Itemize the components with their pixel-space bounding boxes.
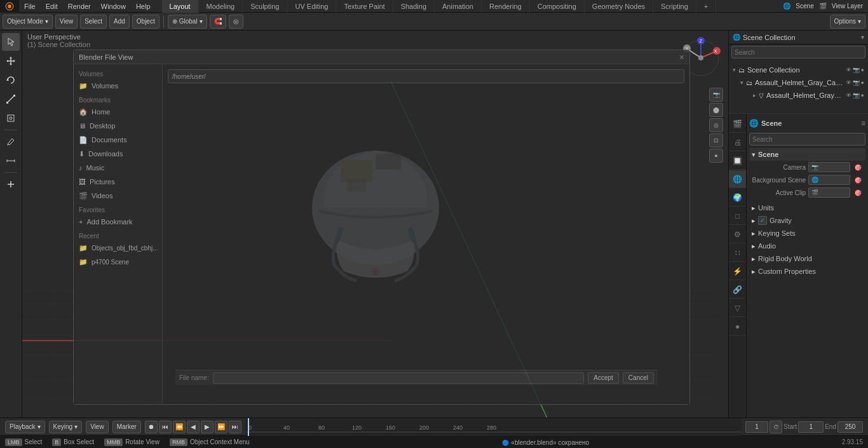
- rotate-tool-btn[interactable]: [2, 71, 20, 89]
- tab-uv-editing[interactable]: UV Editing: [287, 0, 336, 13]
- menu-render[interactable]: Render: [63, 0, 96, 13]
- add-menu-btn[interactable]: Add: [109, 15, 130, 29]
- add-tool-btn[interactable]: [2, 175, 20, 193]
- background-scene-value[interactable]: 🌐: [808, 175, 850, 185]
- tab-shading[interactable]: Shading: [393, 0, 435, 13]
- clip-pick-btn[interactable]: 🎯: [853, 187, 863, 198]
- jump-start-btn[interactable]: ⏮: [159, 421, 172, 433]
- viewport-3d[interactable]: User Perspective (1) Scene Collection: [22, 31, 728, 417]
- menu-window[interactable]: Window: [96, 0, 131, 13]
- proportional-btn[interactable]: ◎: [229, 15, 243, 29]
- file-view-close-btn[interactable]: ×: [679, 52, 684, 62]
- props-menu-btn[interactable]: ≡: [861, 119, 865, 128]
- props-tab-modifier[interactable]: ⚙: [729, 226, 747, 243]
- fv-item-pictures[interactable]: 🖼 Pictures: [76, 175, 159, 189]
- fv-accept-btn[interactable]: Accept: [588, 372, 619, 384]
- custom-props-collapsible[interactable]: ▸ Custom Properties: [749, 265, 865, 278]
- viewport-render-mode-btn[interactable]: ⬤: [709, 103, 723, 117]
- scale-tool-btn[interactable]: [2, 90, 20, 108]
- props-search-input[interactable]: [749, 133, 865, 146]
- tab-modeling[interactable]: Modeling: [199, 0, 243, 13]
- camera-value[interactable]: 📷: [808, 162, 850, 172]
- keying-dropdown[interactable]: Keying ▾: [49, 421, 83, 433]
- fv-cancel-btn[interactable]: Cancel: [623, 372, 654, 384]
- cursor-tool-btn[interactable]: [2, 33, 20, 51]
- props-tab-constraints[interactable]: 🔗: [729, 281, 747, 299]
- props-tab-world[interactable]: 🌍: [729, 189, 747, 207]
- props-tab-particles[interactable]: ∷: [729, 244, 747, 262]
- file-view-path-bar[interactable]: /home/user/: [168, 69, 684, 83]
- helmet-cam-icon[interactable]: 📷: [853, 79, 860, 86]
- gravity-checkbox[interactable]: ✓: [758, 216, 767, 225]
- start-frame-input[interactable]: [798, 421, 824, 433]
- move-tool-btn[interactable]: [2, 52, 20, 70]
- fv-recent-item[interactable]: 📁 Objects_obj_fbd_cbhj...: [76, 241, 159, 255]
- transform-tool-btn[interactable]: [2, 109, 20, 127]
- fv-item-desktop[interactable]: 🖥 Desktop: [76, 119, 159, 133]
- menu-file[interactable]: File: [19, 0, 41, 13]
- props-tab-material[interactable]: ●: [729, 318, 747, 336]
- fv-item-home[interactable]: 🏠 Home: [76, 105, 159, 119]
- active-clip-value[interactable]: 🎬: [808, 187, 850, 198]
- tab-add[interactable]: +: [696, 0, 716, 13]
- tab-geometry-nodes[interactable]: Geometry Nodes: [585, 0, 653, 13]
- item-cam-icon[interactable]: 📷: [853, 67, 860, 73]
- measure-tool-btn[interactable]: [2, 152, 20, 170]
- fv-item-0[interactable]: 📁 Volumes: [76, 79, 159, 93]
- file-view-main-area[interactable]: /home/user/ File name: Accept Cancel: [163, 64, 689, 404]
- step-fwd-btn[interactable]: ⏩: [215, 421, 227, 433]
- outliner-item-helmet-mesh[interactable]: ▸ ▽ Assault_Helmet_Gray_Ca... 👁 📷 ●: [750, 89, 867, 102]
- fv-item-docs[interactable]: 📄 Documents: [76, 133, 159, 147]
- jump-end-btn[interactable]: ⏭: [229, 421, 241, 433]
- timeline-ruler[interactable]: 0 40 80 120 160 200 240 280: [245, 418, 742, 436]
- props-tab-render[interactable]: 🎬: [729, 115, 747, 133]
- timeline-view-btn[interactable]: View: [86, 421, 109, 433]
- bg-scene-pick-btn[interactable]: 🎯: [853, 175, 863, 185]
- play-reverse-btn[interactable]: ◀: [187, 421, 200, 433]
- step-back-btn[interactable]: ⏪: [173, 421, 186, 433]
- scene-section-header[interactable]: ▾ Scene: [749, 148, 865, 161]
- helmet-eye-icon[interactable]: 👁: [846, 79, 851, 86]
- annotate-tool-btn[interactable]: [2, 133, 20, 151]
- record-btn[interactable]: ⏺: [145, 421, 158, 433]
- camera-pick-btn[interactable]: 🎯: [853, 162, 863, 172]
- current-frame-input[interactable]: [745, 421, 768, 433]
- viewport-xray-btn[interactable]: ⊡: [709, 133, 723, 147]
- options-dropdown[interactable]: Options ▾: [830, 15, 865, 29]
- view-menu-btn[interactable]: View: [55, 15, 78, 29]
- viewport-shading-btn[interactable]: ●: [709, 149, 723, 163]
- object-menu-btn[interactable]: Object: [132, 15, 159, 29]
- units-collapsible[interactable]: ▸ Units: [749, 201, 865, 214]
- mesh-cam-icon[interactable]: 📷: [853, 92, 860, 98]
- fv-item-videos[interactable]: 🎬 Videos: [76, 189, 159, 203]
- tab-animation[interactable]: Animation: [435, 0, 482, 13]
- play-btn[interactable]: ▶: [201, 421, 214, 433]
- rigid-body-collapsible[interactable]: ▸ Rigid Body World: [749, 252, 865, 265]
- gravity-collapsible[interactable]: ▸ ✓ Gravity: [749, 214, 865, 227]
- snap-btn[interactable]: 🧲: [210, 15, 226, 29]
- fv-filename-input[interactable]: [213, 372, 585, 384]
- tab-rendering[interactable]: Rendering: [482, 0, 530, 13]
- item-render-icon[interactable]: ●: [861, 67, 864, 73]
- mesh-eye-icon[interactable]: 👁: [846, 92, 851, 98]
- file-view-overlay[interactable]: Blender File View × Volumes 📁 Volumes Bo…: [73, 50, 690, 405]
- select-menu-btn[interactable]: Select: [80, 15, 107, 29]
- tab-sculpting[interactable]: Sculpting: [243, 0, 287, 13]
- tab-texture-paint[interactable]: Texture Paint: [336, 0, 393, 13]
- tab-layout[interactable]: Layout: [162, 0, 199, 13]
- props-tab-output[interactable]: 🖨: [729, 133, 747, 151]
- item-eye-icon[interactable]: 👁: [846, 67, 851, 73]
- outliner-search-input[interactable]: [731, 46, 865, 58]
- audio-collapsible[interactable]: ▸ Audio: [749, 240, 865, 252]
- playback-dropdown[interactable]: Playback ▾: [5, 421, 45, 433]
- global-dropdown[interactable]: ⊕ Global ▾: [168, 15, 207, 29]
- viewport-camera-btn[interactable]: 📷: [709, 88, 723, 102]
- props-tab-physics[interactable]: ⚡: [729, 262, 747, 280]
- tab-scripting[interactable]: Scripting: [653, 0, 696, 13]
- tab-compositing[interactable]: Compositing: [530, 0, 585, 13]
- mesh-render-icon[interactable]: ●: [861, 92, 864, 98]
- fv-recent-item2[interactable]: 📁 p4700 Scene: [76, 255, 159, 269]
- menu-edit[interactable]: Edit: [41, 0, 63, 13]
- outliner-item-scene-collection[interactable]: ▾ 🗂 Scene Collection 👁 📷 ●: [730, 64, 867, 76]
- fv-item-music[interactable]: ♪ Music: [76, 161, 159, 175]
